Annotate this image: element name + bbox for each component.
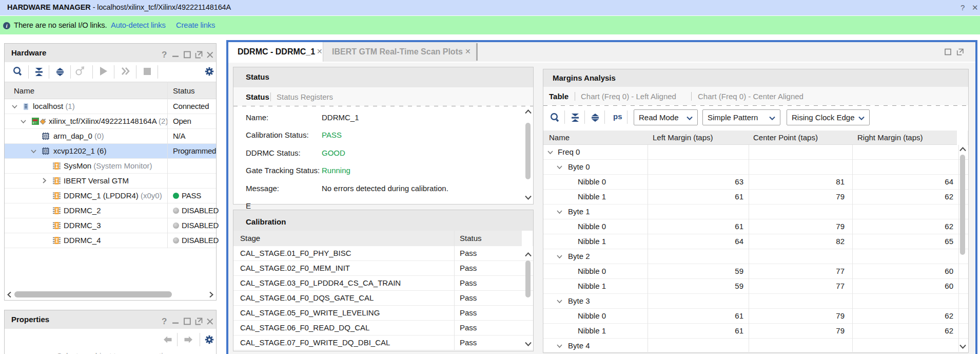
svg-text:?: ?	[162, 50, 167, 60]
svg-text:?: ?	[162, 316, 167, 326]
